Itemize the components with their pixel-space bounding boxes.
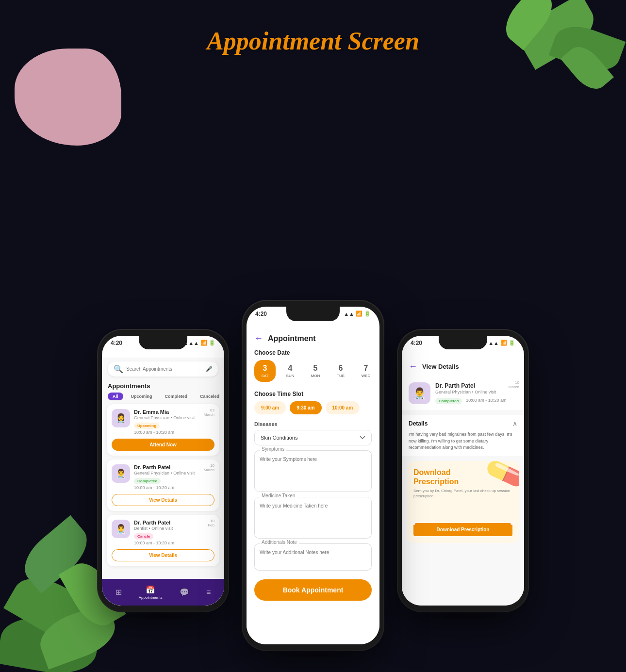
calendar-icon: 📅 (146, 585, 155, 594)
search-icon: 🔍 (114, 364, 123, 374)
doctor-avatar-3: 👨‍⚕️ (112, 520, 130, 538)
doctor-specialty-1: General Physician • Online visit (134, 415, 214, 420)
detail-doctor-name: Dr. Parth Patel (435, 382, 517, 389)
time-scroll: 9:00 am 9:30 am 10:00 am (247, 401, 379, 421)
detail-status-badge: Completed (435, 398, 462, 404)
symptoms-input[interactable] (255, 451, 371, 490)
grid-icon: ⊞ (115, 588, 122, 597)
chevron-up-icon: ∧ (512, 420, 517, 427)
appointment-header: ← Appointment (247, 328, 379, 347)
additional-label: Additionals Note (260, 540, 299, 545)
view-details-button-1[interactable]: View Details (112, 494, 214, 506)
nav-item-appointments[interactable]: 📅 Appointments (139, 585, 163, 600)
search-input[interactable] (126, 366, 203, 372)
left-screen-content: 🔍 🎤 Appointments All Upcoming Completed … (102, 358, 224, 606)
nav-item-menu[interactable]: ≡ (206, 588, 211, 597)
menu-icon: ≡ (206, 588, 211, 597)
filter-tab-completed[interactable]: Completed (160, 393, 193, 400)
status-badge-3: Cancle (134, 533, 153, 540)
prescription-card: DownloadPrescription Sent you by Dr. Chi… (407, 461, 519, 543)
appointment-card-1: 👩‍⚕️ Dr. Emma Mia General Physician • On… (107, 404, 219, 456)
center-status-icons: ▲▲ 📶 🔋 (344, 311, 371, 317)
filter-tabs: All Upcoming Completed Canceled (102, 393, 224, 404)
details-section: Details ∧ I'm having very bad migraines … (402, 415, 524, 456)
appointment-screen-title: Appointment (268, 334, 316, 343)
date-item-4[interactable]: 4 SUN (280, 360, 301, 382)
right-status-icons: ▲▲ 📶 🔋 (488, 340, 515, 346)
diseases-section: Diseases Skin Conditions (247, 421, 379, 450)
time-slot-930[interactable]: 9:30 am (290, 401, 321, 414)
date-item-5[interactable]: 5 MON (305, 360, 326, 382)
center-phone-screen: 4:20 ▲▲ 📶 🔋 ← Appointment Choose Date (247, 307, 379, 644)
details-text: I'm having very bad migraines from past … (409, 431, 517, 451)
nav-item-grid[interactable]: ⊞ (115, 588, 122, 597)
doctor-name-3: Dr. Parth Patel (134, 520, 214, 525)
view-details-title: View Details (422, 363, 459, 370)
time-slot-1000[interactable]: 10:00 am (326, 401, 360, 414)
download-prescription-button[interactable]: Download Prescription (413, 523, 512, 536)
attend-now-button[interactable]: Attend Now (112, 439, 214, 451)
doctor-specialty-2: General Physician • Online visit (134, 471, 214, 475)
detail-specialty: General Physician • Online visit (435, 390, 517, 394)
additional-input[interactable] (255, 544, 371, 568)
page-title: Appointment Screen (207, 27, 419, 55)
left-phone-notch (139, 336, 187, 349)
center-phone-shadow (264, 650, 362, 660)
date-item-6[interactable]: 6 TUE (330, 360, 351, 382)
center-phone-notch (286, 307, 340, 321)
filter-tab-canceled[interactable]: Canceled (195, 393, 224, 400)
choose-date-label: Choose Date (247, 347, 379, 360)
status-badge-2: Completed (134, 478, 161, 484)
doctor-info-2: Dr. Parth Patel General Physician • Onli… (134, 464, 214, 490)
doctor-detail-card: 👨‍⚕️ Dr. Parth Patel General Physician •… (402, 377, 524, 410)
doctor-name-2: Dr. Parth Patel (134, 464, 214, 470)
right-phone-screen: 4:20 ▲▲ 📶 🔋 ← View Details 👨‍⚕️ (402, 336, 524, 606)
bottom-navigation: ⊞ 📅 Appointments 💬 ≡ (102, 579, 224, 606)
view-details-button-2[interactable]: View Details (112, 549, 214, 561)
search-bar[interactable]: 🔍 🎤 (108, 361, 218, 377)
right-phone: 4:20 ▲▲ 📶 🔋 ← View Details 👨‍⚕️ (398, 330, 528, 611)
detail-status-row: Completed 10:00 am - 10:20 am (435, 396, 517, 404)
appt-time-1: 10:00 am - 10:20 am (134, 430, 214, 435)
right-back-button[interactable]: ← (409, 361, 417, 372)
detail-doctor-avatar: 👨‍⚕️ (409, 382, 430, 404)
book-appointment-button[interactable]: Book Appointment (254, 579, 372, 601)
medicine-input[interactable] (255, 497, 371, 536)
mic-icon: 🎤 (206, 366, 213, 372)
doctor-info-1: Dr. Emma Mia General Physician • Online … (134, 409, 214, 435)
appointment-card-3: 👨‍⚕️ Dr. Parth Patel Dentist • Online vi… (107, 515, 219, 566)
diseases-select[interactable]: Skin Conditions (254, 430, 372, 445)
filter-tab-all[interactable]: All (108, 393, 123, 400)
details-title: Details (409, 420, 428, 427)
doctor-name-1: Dr. Emma Mia (134, 409, 214, 415)
back-button[interactable]: ← (254, 333, 263, 344)
view-details-header: ← View Details (402, 358, 524, 377)
left-phone-screen: 4:20 ▲▲▲ 📶 🔋 🔍 🎤 Appointments (102, 336, 224, 606)
center-screen-content: ← Appointment Choose Date 3 SAT 4 SUN 5 (247, 328, 379, 644)
additional-field-group: Additionals Note (254, 543, 372, 571)
left-status-icons: ▲▲▲ 📶 🔋 (183, 340, 215, 346)
detail-date: 10March (509, 380, 519, 389)
appt-date-3: 10Feb (208, 519, 214, 527)
nav-item-chat[interactable]: 💬 (180, 588, 189, 597)
diseases-label: Diseases (254, 421, 372, 427)
right-screen-content: ← View Details 👨‍⚕️ Dr. Parth Patel Gene… (402, 358, 524, 606)
symptoms-label: Symptoms (260, 446, 286, 452)
appt-date-2: 10March (204, 463, 214, 472)
symptoms-field-group: Symptoms (254, 450, 372, 492)
date-item-7[interactable]: 7 WED (355, 360, 377, 382)
date-item-3[interactable]: 3 SAT (254, 360, 276, 382)
appt-time-2: 10:00 am - 10:20 am (134, 485, 214, 490)
right-phone-shadow (414, 611, 511, 621)
medicine-label: Medicine Taken (260, 493, 297, 498)
left-phone: 4:20 ▲▲▲ 📶 🔋 🔍 🎤 Appointments (98, 330, 228, 611)
doctor-specialty-3: Dentist • Online visit (134, 526, 214, 531)
details-section-header: Details ∧ (409, 420, 517, 427)
chat-icon: 💬 (180, 588, 189, 597)
doctor-avatar-1: 👩‍⚕️ (112, 409, 130, 427)
right-time: 4:20 (411, 340, 422, 346)
appointments-section-title: Appointments (102, 380, 224, 393)
center-phone: 4:20 ▲▲ 📶 🔋 ← Appointment Choose Date (243, 301, 383, 650)
time-slot-900[interactable]: 9:00 am (254, 401, 286, 414)
filter-tab-upcoming[interactable]: Upcoming (126, 393, 157, 400)
